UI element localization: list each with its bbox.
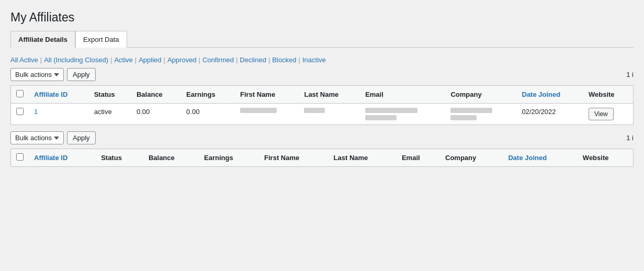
top-bulk-bar: Bulk actions Apply 1 i: [10, 68, 634, 81]
bottom-bulk-actions-dropdown[interactable]: Bulk actions: [10, 131, 64, 144]
col-affiliate-id-link[interactable]: Affiliate ID: [34, 91, 67, 98]
table-row: 1 active 0.00 0.00: [11, 104, 634, 125]
col-earnings: Earnings: [181, 86, 235, 104]
row-affiliate-id: 1: [29, 104, 89, 125]
filter-inactive[interactable]: Inactive: [302, 56, 326, 64]
row-date-joined: 02/20/2022: [517, 104, 583, 125]
bottom-apply-button[interactable]: Apply: [67, 131, 96, 144]
top-apply-button[interactable]: Apply: [67, 68, 96, 81]
row-status: active: [89, 104, 131, 125]
row-affiliate-id-link[interactable]: 1: [34, 108, 38, 116]
sep-2: |: [110, 56, 112, 64]
affiliates-table-bottom: Affiliate ID Status Balance Earnings Fir…: [10, 149, 634, 167]
col-company: Company: [445, 86, 516, 104]
col-date-joined: Date Joined: [517, 86, 583, 104]
filter-all-active[interactable]: All Active: [10, 56, 38, 64]
select-all-checkbox[interactable]: [16, 90, 24, 97]
top-count: 1 i: [626, 71, 634, 78]
filter-links: All Active | All (Including Closed) | Ac…: [10, 56, 634, 64]
filter-applied[interactable]: Applied: [139, 56, 161, 64]
col-first-name: First Name: [235, 86, 299, 104]
col-affiliate-id-link-bottom[interactable]: Affiliate ID: [34, 154, 67, 162]
filter-blocked[interactable]: Blocked: [272, 56, 296, 64]
blurred-email-line1: [365, 108, 417, 113]
blurred-company-line1: [450, 108, 492, 113]
header-checkbox-cell: [11, 86, 29, 104]
col-company-bottom: Company: [440, 149, 503, 167]
col-email: Email: [360, 86, 445, 104]
col-website-bottom: Website: [578, 149, 634, 167]
affiliates-table-bottom-wrapper: Affiliate ID Status Balance Earnings Fir…: [10, 149, 634, 167]
col-date-joined-link-bottom[interactable]: Date Joined: [508, 154, 547, 162]
sep-8: |: [299, 56, 300, 64]
row-checkbox-cell: [11, 104, 29, 125]
blurred-email-line2: [365, 115, 397, 120]
col-last-name: Last Name: [299, 86, 360, 104]
sep-7: |: [268, 56, 270, 64]
bottom-bulk-left: Bulk actions Apply: [10, 131, 96, 144]
chevron-down-icon: [54, 72, 59, 77]
affiliates-table: Affiliate ID Status Balance Earnings Fir…: [10, 85, 634, 125]
sep-5: |: [199, 56, 200, 64]
col-status: Status: [89, 86, 131, 104]
col-earnings-bottom: Earnings: [199, 149, 259, 167]
col-last-name-bottom: Last Name: [329, 149, 397, 167]
col-status-bottom: Status: [96, 149, 143, 167]
top-bulk-left: Bulk actions Apply: [10, 68, 96, 81]
blurred-first-name: [240, 108, 277, 113]
col-affiliate-id-bottom: Affiliate ID: [29, 149, 96, 167]
tabs-bar: Affiliate Details Export Data: [10, 31, 634, 48]
sep-1: |: [40, 56, 42, 64]
col-email-bottom: Email: [397, 149, 440, 167]
table-header-row-bottom: Affiliate ID Status Balance Earnings Fir…: [11, 149, 634, 167]
chevron-down-icon-2: [54, 136, 59, 141]
col-balance: Balance: [131, 86, 181, 104]
col-date-joined-link[interactable]: Date Joined: [522, 91, 561, 98]
row-view-button[interactable]: View: [589, 108, 614, 120]
row-balance: 0.00: [131, 104, 181, 125]
row-first-name: [235, 104, 299, 125]
top-bulk-actions-label: Bulk actions: [15, 71, 52, 78]
bottom-count: 1 i: [626, 134, 634, 142]
bottom-bulk-bar: Bulk actions Apply 1 i: [10, 131, 634, 144]
row-website: View: [583, 104, 634, 125]
filter-active[interactable]: Active: [114, 56, 132, 64]
top-bulk-actions-dropdown[interactable]: Bulk actions: [10, 68, 64, 81]
row-earnings: 0.00: [181, 104, 235, 125]
filter-confirmed[interactable]: Confirmed: [202, 56, 234, 64]
tab-affiliate-details[interactable]: Affiliate Details: [10, 31, 75, 48]
col-affiliate-id: Affiliate ID: [29, 86, 89, 104]
row-company: [445, 104, 516, 125]
sep-6: |: [236, 56, 238, 64]
row-checkbox[interactable]: [16, 108, 24, 115]
sep-4: |: [164, 56, 165, 64]
blurred-company-line2: [450, 115, 477, 120]
select-all-checkbox-bottom[interactable]: [16, 153, 24, 161]
col-first-name-bottom: First Name: [259, 149, 329, 167]
filter-approved[interactable]: Approved: [167, 56, 197, 64]
sep-3: |: [135, 56, 137, 64]
filter-declined[interactable]: Declined: [240, 56, 266, 64]
filter-all-including-closed[interactable]: All (Including Closed): [44, 56, 108, 64]
col-balance-bottom: Balance: [143, 149, 199, 167]
bottom-bulk-actions-label: Bulk actions: [15, 134, 52, 142]
header-checkbox-cell-bottom: [11, 149, 29, 167]
col-website: Website: [583, 86, 634, 104]
col-date-joined-bottom: Date Joined: [503, 149, 577, 167]
table-header-row: Affiliate ID Status Balance Earnings Fir…: [11, 86, 634, 104]
affiliates-table-wrapper: Affiliate ID Status Balance Earnings Fir…: [10, 85, 634, 125]
row-email: [360, 104, 445, 125]
row-last-name: [299, 104, 360, 125]
tab-export-data[interactable]: Export Data: [75, 31, 127, 48]
blurred-last-name: [304, 108, 325, 113]
page-title: My Affiliates: [10, 10, 634, 25]
